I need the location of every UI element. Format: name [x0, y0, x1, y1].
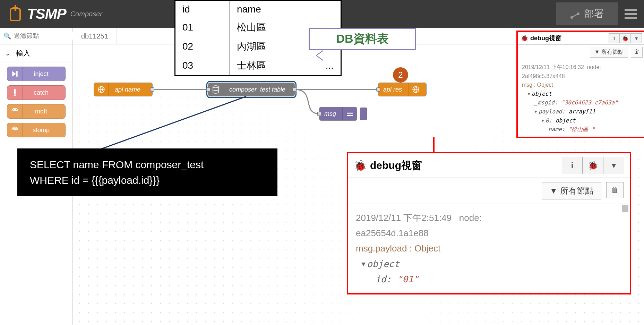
debug-timestamp: 2019/12/11 下午2:51:49 [356, 213, 452, 223]
logo-icon [7, 5, 24, 23]
palette-node-catch[interactable]: catch [7, 85, 66, 100]
category-label: 輸入 [16, 49, 30, 57]
db-col-name: name [230, 1, 341, 18]
output-port[interactable] [150, 87, 154, 92]
logo-text: TSMP [27, 6, 66, 22]
svg-rect-6 [14, 89, 15, 94]
exclaim-icon [7, 86, 23, 100]
palette-category-input[interactable]: ⌄ 輸入 [0, 44, 72, 62]
sql-query-annotation: SELECT name FROM composer_test WHERE id … [17, 148, 277, 196]
bug-icon: 🐞 [354, 160, 367, 172]
flow-node-api-res[interactable]: api res [378, 83, 427, 96]
debug-node-id: ea25654d.1a1e88 [356, 225, 622, 241]
tab-db11251[interactable]: db11251 [73, 28, 117, 44]
sql-line-2: WHERE id = {{{payload.id}}} [30, 172, 265, 188]
deploy-button[interactable]: 部署 [556, 2, 618, 25]
clear-debug-button[interactable]: 🗑 [606, 182, 624, 198]
flow-node-label: composer_test table [223, 86, 292, 93]
debug-tree: object id: "01" [356, 256, 622, 287]
clear-debug-button[interactable]: 🗑 [631, 47, 643, 58]
funnel-icon: ▼ [550, 186, 558, 195]
logo-subtitle: Composer [70, 10, 102, 18]
flow-node-label: api name [109, 86, 147, 93]
globe-icon [94, 83, 109, 96]
filter-nodes-button[interactable]: ▼ 所有節點 [542, 182, 601, 199]
app-logo: TSMP Composer [7, 5, 102, 23]
filter-nodes-button[interactable]: ▼ 所有節點 [590, 47, 628, 58]
sql-line-1: SELECT name FROM composer_test [30, 157, 265, 172]
deploy-label: 部署 [584, 7, 604, 20]
palette-search: 🔍 [0, 28, 72, 44]
panel-dropdown-button[interactable]: ▾ [631, 33, 642, 43]
chevron-down-icon: ⌄ [5, 49, 11, 57]
deploy-icon [570, 10, 580, 17]
globe-icon [408, 83, 423, 96]
scrollbar-thumb[interactable] [622, 205, 628, 212]
input-port[interactable] [376, 87, 380, 92]
svg-point-9 [213, 86, 218, 88]
db-col-id: id [175, 1, 230, 18]
debug-tree: object _msgid: "30c64623.c7a63a" payload… [522, 89, 641, 134]
debug-panel-title: 🐞 debug視窗 [354, 159, 422, 173]
radio-icon [7, 104, 23, 118]
input-port[interactable] [317, 112, 321, 116]
arrow-right-icon [7, 67, 23, 81]
palette-node-label: catch [34, 89, 49, 96]
bug-icon: 🐞 [521, 34, 528, 42]
list-icon [342, 107, 357, 120]
funnel-icon: ▼ [594, 49, 600, 55]
database-icon [208, 83, 223, 96]
palette-node-mqtt[interactable]: mqtt [7, 104, 66, 119]
palette-node-label: mqtt [35, 108, 47, 115]
svg-line-14 [101, 96, 246, 149]
palette-node-inject[interactable]: inject [7, 67, 66, 81]
callout-tail [316, 50, 323, 61]
palette-node-stomp[interactable]: stomp [7, 123, 66, 137]
debug-panel-title: 🐞 debug視窗 [521, 34, 561, 42]
output-port[interactable] [292, 87, 297, 92]
radio-icon [7, 123, 23, 137]
debug-tab-button[interactable]: 🐞 [583, 157, 603, 174]
search-icon: 🔍 [3, 32, 11, 40]
debug-toggle-button[interactable] [360, 108, 367, 120]
debug-panel-small: 🐞 debug視窗 i 🐞 ▾ ▼ 所有節點 🗑 2019/12/11 上午10… [516, 31, 644, 138]
debug-node-id: 2af498c5.87a448 [522, 72, 641, 81]
db-table-callout: DB資料表 [309, 28, 416, 50]
hamburger-menu-button[interactable] [625, 9, 637, 19]
debug-msg-type: msg.payload : Object [356, 241, 622, 256]
flow-node-debug-msg[interactable]: msg [319, 107, 357, 121]
info-tab-button[interactable]: i [562, 157, 583, 174]
flow-node-label: msg [319, 110, 342, 118]
flow-node-label: api res [378, 86, 408, 93]
svg-line-5 [572, 14, 578, 17]
annotation-badge-2: 2 [393, 67, 408, 83]
flow-node-db-table[interactable]: composer_test table [208, 83, 295, 96]
palette-node-label: inject [34, 70, 48, 78]
debug-tab-button[interactable]: 🐞 [620, 33, 631, 43]
svg-rect-7 [14, 95, 15, 96]
debug-panel-large: 🐞 debug視窗 i 🐞 ▾ ▼ 所有節點 🗑 2019/12/11 下午2:… [347, 152, 631, 294]
flow-canvas[interactable]: api name composer_test table api res 2 m… [73, 44, 644, 325]
palette-node-label: stomp [33, 127, 50, 134]
flow-node-api-name[interactable]: api name [94, 83, 153, 96]
debug-timestamp: 2019/12/11 上午10:16:32 [522, 64, 584, 70]
info-tab-button[interactable]: i [609, 33, 620, 43]
input-port[interactable] [206, 87, 211, 92]
debug-msg-type: msg : Object [522, 80, 641, 89]
panel-dropdown-button[interactable]: ▾ [603, 157, 624, 174]
